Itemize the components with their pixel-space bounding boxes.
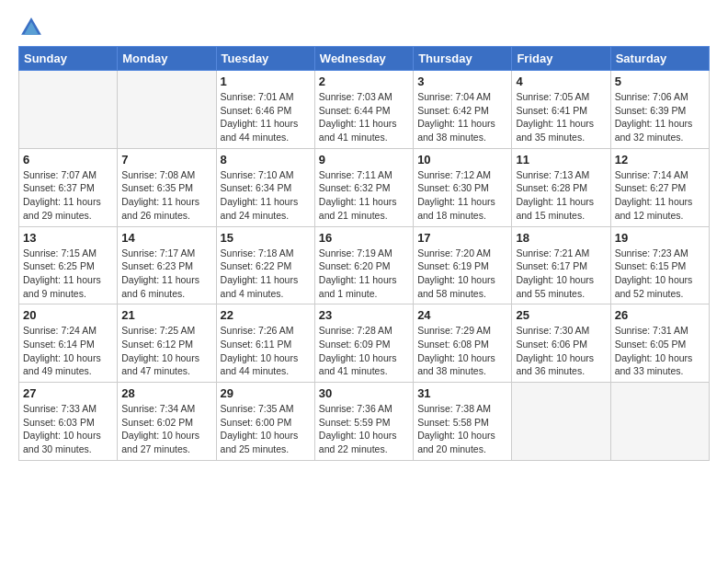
day-info: Sunrise: 7:38 AMSunset: 5:58 PMDaylight:… (417, 402, 507, 456)
day-number: 30 (319, 386, 409, 400)
day-number: 28 (121, 386, 211, 400)
calendar-cell: 14Sunrise: 7:17 AMSunset: 6:23 PMDayligh… (118, 226, 216, 304)
calendar-cell: 15Sunrise: 7:18 AMSunset: 6:22 PMDayligh… (216, 226, 314, 304)
calendar-cell: 20Sunrise: 7:24 AMSunset: 6:14 PMDayligh… (19, 304, 118, 383)
day-info: Sunrise: 7:35 AMSunset: 6:00 PMDaylight:… (221, 402, 311, 456)
calendar-cell: 4Sunrise: 7:05 AMSunset: 6:41 PMDaylight… (512, 71, 610, 149)
day-info: Sunrise: 7:24 AMSunset: 6:14 PMDaylight:… (23, 324, 113, 378)
day-info: Sunrise: 7:28 AMSunset: 6:09 PMDaylight:… (319, 324, 409, 378)
day-number: 21 (121, 308, 211, 322)
day-info: Sunrise: 7:08 AMSunset: 6:35 PMDaylight:… (121, 168, 211, 223)
calendar-cell: 1Sunrise: 7:01 AMSunset: 6:46 PMDaylight… (216, 71, 314, 149)
day-header-wednesday: Wednesday (314, 47, 413, 71)
day-info: Sunrise: 7:01 AMSunset: 6:46 PMDaylight:… (221, 90, 311, 144)
calendar-cell: 30Sunrise: 7:36 AMSunset: 5:59 PMDayligh… (314, 383, 413, 461)
logo-icon (18, 15, 44, 40)
calendar-cell: 8Sunrise: 7:10 AMSunset: 6:34 PMDaylight… (216, 148, 314, 226)
day-number: 16 (319, 231, 409, 245)
day-number: 13 (23, 231, 113, 245)
calendar-cell: 6Sunrise: 7:07 AMSunset: 6:37 PMDaylight… (19, 148, 118, 226)
day-header-friday: Friday (512, 47, 610, 71)
day-info: Sunrise: 7:03 AMSunset: 6:44 PMDaylight:… (319, 90, 409, 144)
day-number: 25 (516, 308, 606, 322)
page: SundayMondayTuesdayWednesdayThursdayFrid… (0, 0, 728, 563)
calendar-cell (610, 383, 709, 461)
day-number: 27 (23, 386, 113, 400)
day-info: Sunrise: 7:11 AMSunset: 6:32 PMDaylight:… (319, 168, 409, 223)
day-info: Sunrise: 7:25 AMSunset: 6:12 PMDaylight:… (121, 324, 211, 378)
week-row-4: 27Sunrise: 7:33 AMSunset: 6:03 PMDayligh… (19, 383, 710, 461)
day-number: 2 (319, 75, 409, 88)
calendar-cell: 7Sunrise: 7:08 AMSunset: 6:35 PMDaylight… (118, 148, 216, 226)
day-info: Sunrise: 7:21 AMSunset: 6:17 PMDaylight:… (516, 247, 606, 301)
day-number: 6 (23, 153, 113, 167)
day-info: Sunrise: 7:26 AMSunset: 6:11 PMDaylight:… (221, 324, 311, 378)
calendar-cell: 29Sunrise: 7:35 AMSunset: 6:00 PMDayligh… (216, 383, 314, 461)
calendar-cell: 23Sunrise: 7:28 AMSunset: 6:09 PMDayligh… (314, 304, 413, 383)
day-header-saturday: Saturday (610, 47, 709, 71)
day-number: 18 (516, 231, 606, 245)
day-number: 24 (417, 308, 507, 322)
day-number: 14 (121, 231, 211, 245)
day-info: Sunrise: 7:31 AMSunset: 6:05 PMDaylight:… (615, 324, 705, 378)
week-row-1: 6Sunrise: 7:07 AMSunset: 6:37 PMDaylight… (19, 148, 710, 226)
calendar-cell: 24Sunrise: 7:29 AMSunset: 6:08 PMDayligh… (414, 304, 512, 383)
day-info: Sunrise: 7:18 AMSunset: 6:22 PMDaylight:… (221, 247, 311, 301)
day-info: Sunrise: 7:33 AMSunset: 6:03 PMDaylight:… (23, 402, 113, 456)
day-header-sunday: Sunday (19, 47, 118, 71)
day-number: 31 (417, 386, 507, 400)
calendar-cell: 13Sunrise: 7:15 AMSunset: 6:25 PMDayligh… (19, 226, 118, 304)
day-number: 26 (615, 308, 705, 322)
calendar-cell: 11Sunrise: 7:13 AMSunset: 6:28 PMDayligh… (512, 148, 610, 226)
calendar-cell: 26Sunrise: 7:31 AMSunset: 6:05 PMDayligh… (610, 304, 709, 383)
day-info: Sunrise: 7:06 AMSunset: 6:39 PMDaylight:… (615, 90, 705, 144)
calendar-cell: 27Sunrise: 7:33 AMSunset: 6:03 PMDayligh… (19, 383, 118, 461)
day-info: Sunrise: 7:36 AMSunset: 5:59 PMDaylight:… (319, 402, 409, 456)
calendar-cell: 17Sunrise: 7:20 AMSunset: 6:19 PMDayligh… (414, 226, 512, 304)
day-number: 8 (221, 153, 311, 167)
day-info: Sunrise: 7:05 AMSunset: 6:41 PMDaylight:… (516, 90, 606, 144)
calendar-cell (118, 71, 216, 149)
calendar-cell (512, 383, 610, 461)
day-info: Sunrise: 7:17 AMSunset: 6:23 PMDaylight:… (121, 247, 211, 301)
calendar-cell: 18Sunrise: 7:21 AMSunset: 6:17 PMDayligh… (512, 226, 610, 304)
day-info: Sunrise: 7:12 AMSunset: 6:30 PMDaylight:… (417, 168, 507, 223)
calendar-cell: 21Sunrise: 7:25 AMSunset: 6:12 PMDayligh… (118, 304, 216, 383)
day-header-thursday: Thursday (414, 47, 512, 71)
day-number: 19 (615, 231, 705, 245)
calendar-cell: 16Sunrise: 7:19 AMSunset: 6:20 PMDayligh… (314, 226, 413, 304)
calendar-cell: 19Sunrise: 7:23 AMSunset: 6:15 PMDayligh… (610, 226, 709, 304)
calendar-cell: 5Sunrise: 7:06 AMSunset: 6:39 PMDaylight… (610, 71, 709, 149)
day-info: Sunrise: 7:15 AMSunset: 6:25 PMDaylight:… (23, 247, 113, 301)
calendar-cell (19, 71, 118, 149)
day-number: 15 (221, 231, 311, 245)
week-row-2: 13Sunrise: 7:15 AMSunset: 6:25 PMDayligh… (19, 226, 710, 304)
week-row-0: 1Sunrise: 7:01 AMSunset: 6:46 PMDaylight… (19, 71, 710, 149)
calendar-cell: 31Sunrise: 7:38 AMSunset: 5:58 PMDayligh… (414, 383, 512, 461)
day-number: 20 (23, 308, 113, 322)
day-number: 5 (615, 75, 705, 88)
calendar-cell: 3Sunrise: 7:04 AMSunset: 6:42 PMDaylight… (414, 71, 512, 149)
day-info: Sunrise: 7:04 AMSunset: 6:42 PMDaylight:… (417, 90, 507, 144)
header (18, 15, 710, 40)
calendar-cell: 25Sunrise: 7:30 AMSunset: 6:06 PMDayligh… (512, 304, 610, 383)
day-number: 12 (615, 153, 705, 167)
day-info: Sunrise: 7:14 AMSunset: 6:27 PMDaylight:… (615, 168, 705, 223)
calendar-cell: 10Sunrise: 7:12 AMSunset: 6:30 PMDayligh… (414, 148, 512, 226)
day-number: 22 (221, 308, 311, 322)
calendar-cell: 9Sunrise: 7:11 AMSunset: 6:32 PMDaylight… (314, 148, 413, 226)
day-number: 4 (516, 75, 606, 88)
day-info: Sunrise: 7:29 AMSunset: 6:08 PMDaylight:… (417, 324, 507, 378)
day-info: Sunrise: 7:19 AMSunset: 6:20 PMDaylight:… (319, 247, 409, 301)
day-header-monday: Monday (118, 47, 216, 71)
day-header-tuesday: Tuesday (216, 47, 314, 71)
day-info: Sunrise: 7:34 AMSunset: 6:02 PMDaylight:… (121, 402, 211, 456)
calendar-cell: 12Sunrise: 7:14 AMSunset: 6:27 PMDayligh… (610, 148, 709, 226)
day-number: 10 (417, 153, 507, 167)
day-number: 17 (417, 231, 507, 245)
calendar-cell: 28Sunrise: 7:34 AMSunset: 6:02 PMDayligh… (118, 383, 216, 461)
week-row-3: 20Sunrise: 7:24 AMSunset: 6:14 PMDayligh… (19, 304, 710, 383)
logo (18, 15, 48, 40)
day-number: 1 (221, 75, 311, 88)
day-info: Sunrise: 7:13 AMSunset: 6:28 PMDaylight:… (516, 168, 606, 223)
